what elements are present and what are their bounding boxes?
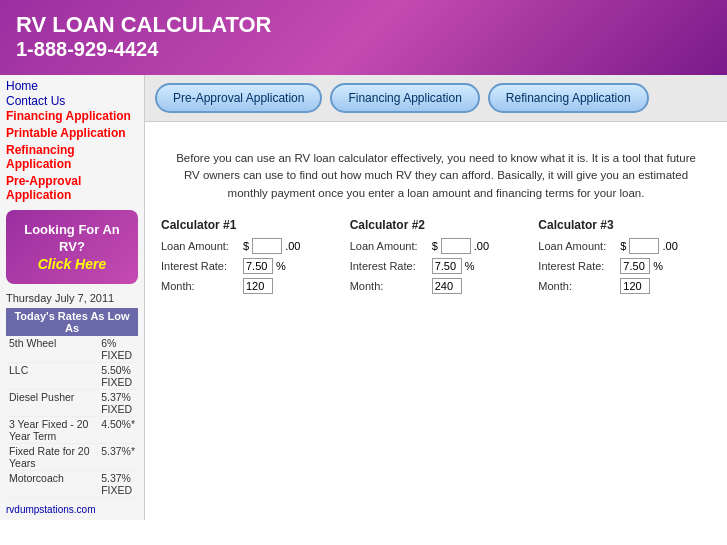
- calc1-title: Calculator #1: [161, 218, 334, 232]
- calc1-dollar: $: [243, 240, 249, 252]
- calc3-loan-row: Loan Amount: $ .00: [538, 238, 711, 254]
- calc1-interest-label: Interest Rate:: [161, 260, 241, 272]
- bottom-link[interactable]: rvdumpstations.com: [6, 504, 138, 515]
- content-area: Before you can use an RV loan calculator…: [145, 122, 727, 322]
- rate-value: 5.37% FIXED: [98, 389, 138, 416]
- rate-type: LLC: [6, 362, 98, 389]
- rates-table: Today's Rates As Low As 5th Wheel6% FIXE…: [6, 308, 138, 498]
- rate-type: Fixed Rate for 20 Years: [6, 443, 98, 470]
- refinancing-button[interactable]: Refinancing Application: [488, 83, 649, 113]
- calc2-interest-input[interactable]: [432, 258, 462, 274]
- calc1-month-row: Month:: [161, 278, 334, 294]
- calculator-1: Calculator #1 Loan Amount: $ .00 Interes…: [161, 218, 334, 298]
- calc3-loan-input[interactable]: [629, 238, 659, 254]
- calc2-percent: %: [465, 260, 475, 272]
- rate-type: Diesel Pusher: [6, 389, 98, 416]
- current-date: Thursday July 7, 2011: [6, 292, 138, 304]
- rate-value: 5.50% FIXED: [98, 362, 138, 389]
- calc3-loan-label: Loan Amount:: [538, 240, 618, 252]
- rv-banner[interactable]: Looking For An RV? Click Here: [6, 210, 138, 284]
- calc1-interest-row: Interest Rate: %: [161, 258, 334, 274]
- rate-value: 4.50%*: [98, 416, 138, 443]
- calculator-2: Calculator #2 Loan Amount: $ .00 Interes…: [350, 218, 523, 298]
- sidebar-item-contact[interactable]: Contact Us: [6, 94, 138, 108]
- calc2-interest-label: Interest Rate:: [350, 260, 430, 272]
- calc3-month-label: Month:: [538, 280, 618, 292]
- phone-number: 1-888-929-4424: [16, 38, 711, 61]
- sidebar-item-refinancing[interactable]: Refinancing Application: [6, 143, 138, 171]
- site-title: RV LOAN CALCULATOR: [16, 12, 711, 38]
- calc2-loan-input[interactable]: [441, 238, 471, 254]
- sidebar-item-printable[interactable]: Printable Application: [6, 126, 138, 140]
- calculator-3: Calculator #3 Loan Amount: $ .00 Interes…: [538, 218, 711, 298]
- main-content: Pre-Approval Application Financing Appli…: [145, 75, 727, 520]
- calc3-cents: .00: [662, 240, 677, 252]
- button-bar: Pre-Approval Application Financing Appli…: [145, 75, 727, 122]
- calc3-percent: %: [653, 260, 663, 272]
- sidebar-item-home[interactable]: Home: [6, 79, 138, 93]
- banner-text1: Looking For An RV?: [14, 222, 130, 256]
- calc2-title: Calculator #2: [350, 218, 523, 232]
- rate-value: 5.37% FIXED: [98, 470, 138, 497]
- calc2-interest-row: Interest Rate: %: [350, 258, 523, 274]
- description-text: Before you can use an RV loan calculator…: [157, 150, 715, 202]
- rates-header: Today's Rates As Low As: [6, 308, 138, 336]
- layout: Home Contact Us Financing Application Pr…: [0, 75, 727, 520]
- rate-value: 6% FIXED: [98, 336, 138, 363]
- header: RV LOAN CALCULATOR 1-888-929-4424: [0, 0, 727, 75]
- rate-value: 5.37%*: [98, 443, 138, 470]
- calc1-loan-label: Loan Amount:: [161, 240, 241, 252]
- sidebar: Home Contact Us Financing Application Pr…: [0, 75, 145, 520]
- calc1-loan-input[interactable]: [252, 238, 282, 254]
- calc3-title: Calculator #3: [538, 218, 711, 232]
- calc1-cents: .00: [285, 240, 300, 252]
- calc2-month-row: Month:: [350, 278, 523, 294]
- banner-text2: Click Here: [14, 256, 130, 272]
- sidebar-item-financing[interactable]: Financing Application: [6, 109, 138, 123]
- calc2-dollar: $: [432, 240, 438, 252]
- calc3-interest-input[interactable]: [620, 258, 650, 274]
- calc3-interest-label: Interest Rate:: [538, 260, 618, 272]
- calc3-month-input[interactable]: [620, 278, 650, 294]
- calc1-month-label: Month:: [161, 280, 241, 292]
- calc1-percent: %: [276, 260, 286, 272]
- rate-type: 3 Year Fixed - 20 Year Term: [6, 416, 98, 443]
- calc1-interest-input[interactable]: [243, 258, 273, 274]
- calculators: Calculator #1 Loan Amount: $ .00 Interes…: [157, 218, 715, 298]
- rate-type: 5th Wheel: [6, 336, 98, 363]
- calc2-loan-row: Loan Amount: $ .00: [350, 238, 523, 254]
- calc3-interest-row: Interest Rate: %: [538, 258, 711, 274]
- calc1-month-input[interactable]: [243, 278, 273, 294]
- sidebar-item-preapproval[interactable]: Pre-Approval Application: [6, 174, 138, 202]
- calc2-month-input[interactable]: [432, 278, 462, 294]
- financing-button[interactable]: Financing Application: [330, 83, 479, 113]
- calc2-loan-label: Loan Amount:: [350, 240, 430, 252]
- rate-type: Motorcoach: [6, 470, 98, 497]
- calc3-month-row: Month:: [538, 278, 711, 294]
- calc2-cents: .00: [474, 240, 489, 252]
- calc1-loan-row: Loan Amount: $ .00: [161, 238, 334, 254]
- preapproval-button[interactable]: Pre-Approval Application: [155, 83, 322, 113]
- calc2-month-label: Month:: [350, 280, 430, 292]
- calc3-dollar: $: [620, 240, 626, 252]
